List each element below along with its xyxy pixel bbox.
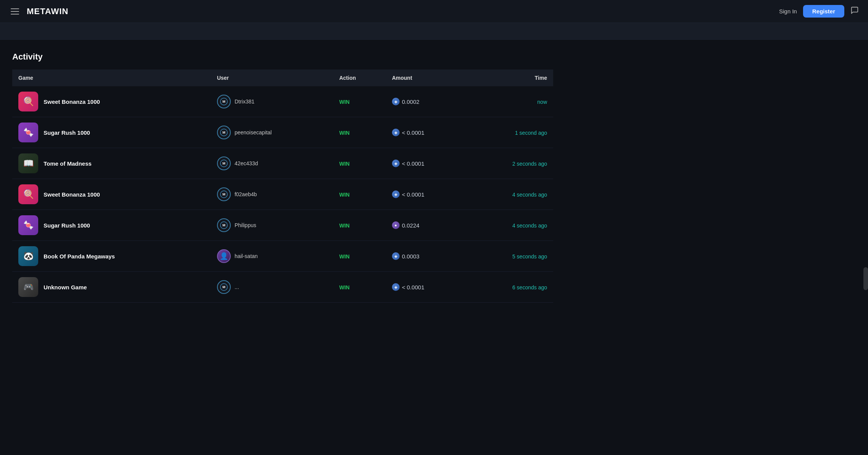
- coin-icon: ◈: [392, 190, 400, 198]
- table-row[interactable]: 🍭 Sweet Bonanza 1000 M Dtrix381 WIN ◈ 0.…: [12, 86, 553, 117]
- action-cell-3: WIN: [333, 179, 386, 210]
- user-avatar: 👤: [217, 249, 231, 263]
- action-cell-2: WIN: [333, 148, 386, 179]
- user-name: Philippus: [235, 222, 256, 228]
- game-emoji: 📖: [23, 158, 34, 168]
- chat-button[interactable]: [850, 6, 859, 16]
- table-row[interactable]: 🍭 Sweet Bonanza 1000 M f02aeb4b WIN ◈ < …: [12, 179, 553, 210]
- col-game: Game: [12, 69, 211, 86]
- time-label: 4 seconds ago: [512, 192, 547, 198]
- game-cell-content: 🍭 Sweet Bonanza 1000: [18, 92, 205, 111]
- header-left: METAWIN: [9, 6, 68, 16]
- table-row[interactable]: 🍬 Sugar Rush 1000 M Philippus WIN ● 0.02…: [12, 210, 553, 241]
- game-emoji: 🍭: [23, 189, 34, 199]
- user-name: 42ec433d: [235, 160, 258, 166]
- time-cell-3: 4 seconds ago: [467, 179, 553, 210]
- action-cell-0: WIN: [333, 86, 386, 117]
- user-cell-content: M 42ec433d: [217, 157, 327, 170]
- table-row[interactable]: 🍬 Sugar Rush 1000 M peenoisecapital WIN …: [12, 117, 553, 148]
- user-cell-5: 👤 hail-satan: [211, 241, 333, 272]
- user-cell-3: M f02aeb4b: [211, 179, 333, 210]
- user-cell-content: M peenoisecapital: [217, 126, 327, 139]
- coin-symbol: ◈: [394, 130, 397, 135]
- game-cell-5: 🐼 Book Of Panda Megaways: [12, 241, 211, 272]
- time-cell-1: 1 second ago: [467, 117, 553, 148]
- game-cell-content: 🎮 Unknown Game: [18, 277, 205, 297]
- action-label: WIN: [339, 130, 350, 136]
- time-label: 6 seconds ago: [512, 284, 547, 290]
- col-amount: Amount: [386, 69, 467, 86]
- time-label: now: [537, 99, 547, 105]
- user-cell-content: 👤 hail-satan: [217, 249, 327, 263]
- action-cell-4: WIN: [333, 210, 386, 241]
- user-avatar: M: [217, 95, 231, 108]
- sign-in-button[interactable]: Sign In: [779, 8, 797, 15]
- table-body: 🍭 Sweet Bonanza 1000 M Dtrix381 WIN ◈ 0.…: [12, 86, 553, 303]
- game-cell-1: 🍬 Sugar Rush 1000: [12, 117, 211, 148]
- coin-icon: ●: [392, 221, 400, 229]
- game-emoji: 🐼: [23, 251, 34, 261]
- game-name: Sweet Bonanza 1000: [44, 191, 100, 198]
- game-cell-content: 📖 Tome of Madness: [18, 153, 205, 173]
- coin-symbol: ◈: [394, 99, 397, 104]
- table-row[interactable]: 🐼 Book Of Panda Megaways 👤 hail-satan WI…: [12, 241, 553, 272]
- game-thumbnail: 🍬: [18, 123, 38, 142]
- game-cell-content: 🍬 Sugar Rush 1000: [18, 215, 205, 235]
- action-label: WIN: [339, 99, 350, 105]
- amount-cell-0: ◈ 0.0002: [386, 86, 467, 117]
- user-cell-6: M ...: [211, 272, 333, 303]
- avatar-logo: M: [220, 98, 228, 105]
- time-cell-4: 4 seconds ago: [467, 210, 553, 241]
- coin-symbol: ◈: [394, 254, 397, 259]
- amount-cell-content: ◈ < 0.0001: [392, 190, 461, 198]
- game-cell-4: 🍬 Sugar Rush 1000: [12, 210, 211, 241]
- avatar-logo: M: [220, 160, 228, 167]
- coin-icon: ◈: [392, 129, 400, 136]
- game-thumbnail: 🎮: [18, 277, 38, 297]
- amount-cell-content: ◈ 0.0002: [392, 98, 461, 105]
- game-cell-3: 🍭 Sweet Bonanza 1000: [12, 179, 211, 210]
- menu-button[interactable]: [9, 7, 21, 16]
- game-thumbnail: 🍭: [18, 92, 38, 111]
- action-label: WIN: [339, 253, 350, 260]
- amount-cell-content: ◈ < 0.0001: [392, 160, 461, 167]
- game-name: Sweet Bonanza 1000: [44, 98, 100, 105]
- user-cell-content: M Dtrix381: [217, 95, 327, 108]
- amount-value: < 0.0001: [402, 284, 424, 290]
- coin-symbol: ◈: [394, 161, 397, 166]
- table-row[interactable]: 📖 Tome of Madness M 42ec433d WIN ◈ < 0.0…: [12, 148, 553, 179]
- amount-value: 0.0002: [402, 98, 419, 105]
- amount-cell-3: ◈ < 0.0001: [386, 179, 467, 210]
- action-label: WIN: [339, 284, 350, 290]
- coin-symbol: ◈: [394, 192, 397, 197]
- scrollbar-indicator: [863, 267, 868, 290]
- amount-cell-content: ◈ < 0.0001: [392, 129, 461, 136]
- game-emoji: 🎮: [23, 282, 34, 292]
- user-cell-0: M Dtrix381: [211, 86, 333, 117]
- time-label: 2 seconds ago: [512, 161, 547, 167]
- amount-cell-1: ◈ < 0.0001: [386, 117, 467, 148]
- user-name: hail-satan: [235, 253, 258, 259]
- game-thumbnail: 🐼: [18, 246, 38, 266]
- action-label: WIN: [339, 223, 350, 229]
- action-cell-6: WIN: [333, 272, 386, 303]
- amount-cell-content: ◈ < 0.0001: [392, 283, 461, 291]
- game-cell-content: 🍬 Sugar Rush 1000: [18, 123, 205, 142]
- logo: METAWIN: [27, 6, 68, 16]
- time-label: 1 second ago: [515, 130, 547, 136]
- coin-icon: ◈: [392, 160, 400, 167]
- game-name: Book Of Panda Megaways: [44, 253, 115, 260]
- avatar-icon: 👤: [220, 252, 228, 260]
- coin-icon: ◈: [392, 252, 400, 260]
- chat-icon: [850, 6, 859, 16]
- action-label: WIN: [339, 161, 350, 167]
- section-title: Activity: [12, 52, 553, 62]
- register-button[interactable]: Register: [803, 5, 844, 18]
- table-row[interactable]: 🎮 Unknown Game M ... WIN ◈ < 0.0001 6 se…: [12, 272, 553, 303]
- user-cell-4: M Philippus: [211, 210, 333, 241]
- time-label: 5 seconds ago: [512, 253, 547, 260]
- main-content: Activity Game User Action Amount Time 🍭 …: [0, 40, 565, 303]
- user-cell-content: M ...: [217, 280, 327, 294]
- avatar-logo: M: [220, 129, 228, 136]
- game-thumbnail: 🍭: [18, 184, 38, 204]
